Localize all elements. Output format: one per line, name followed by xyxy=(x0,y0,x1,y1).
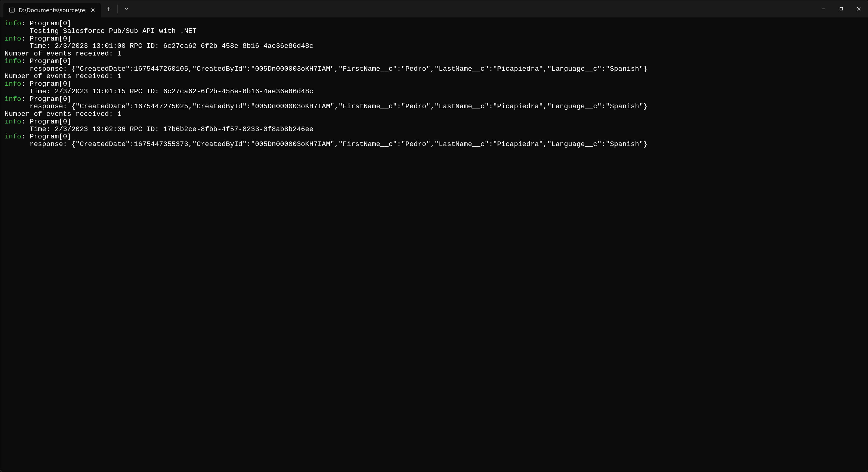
tab-close-button[interactable] xyxy=(90,6,97,14)
minimize-button[interactable] xyxy=(815,0,832,18)
tab-title: D:\Documents\source\repos\S xyxy=(19,7,86,13)
terminal-icon xyxy=(9,7,15,13)
close-button[interactable] xyxy=(850,0,868,18)
tab-active[interactable]: D:\Documents\source\repos\S xyxy=(3,3,101,18)
new-tab-button[interactable] xyxy=(101,0,116,18)
terminal-window: D:\Documents\source\repos\S xyxy=(0,0,868,472)
tab-dropdown-button[interactable] xyxy=(119,0,134,18)
svg-rect-0 xyxy=(9,8,14,12)
titlebar[interactable]: D:\Documents\source\repos\S xyxy=(0,0,868,18)
titlebar-drag-area[interactable] xyxy=(134,0,815,18)
svg-rect-8 xyxy=(840,8,843,10)
terminal-output[interactable]: info: Program[0] Testing Salesforce Pub/… xyxy=(0,18,868,472)
titlebar-separator xyxy=(117,5,118,13)
maximize-button[interactable] xyxy=(832,0,850,18)
